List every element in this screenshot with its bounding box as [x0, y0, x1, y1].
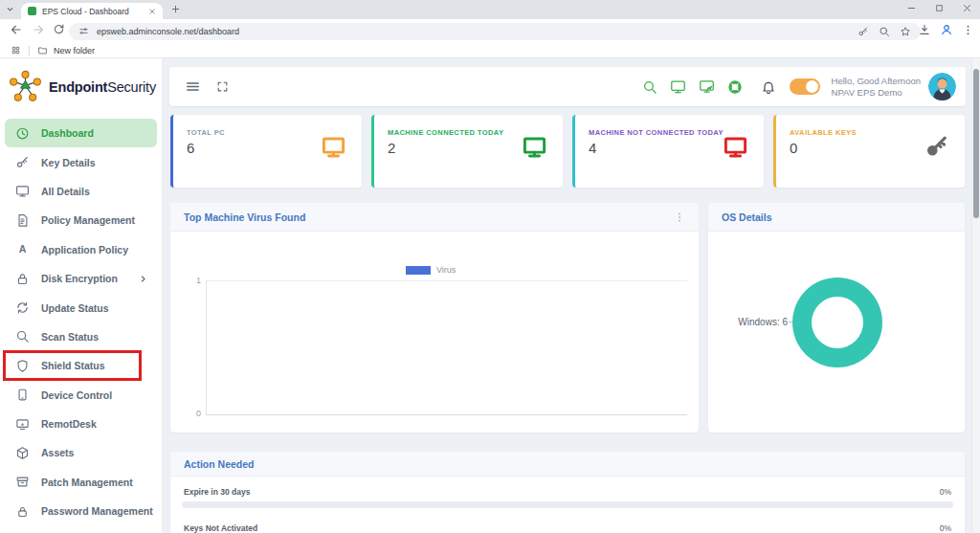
sidebar-item-label: RemotDesk	[41, 418, 97, 430]
hamburger-menu-icon[interactable]	[185, 78, 201, 95]
window-minimize-button[interactable]	[906, 3, 917, 13]
panel-menu-kebab-icon[interactable]	[674, 211, 685, 223]
remote-desktop-icon	[15, 417, 30, 432]
y-axis-tick-max: 1	[188, 276, 201, 285]
sidebar-item-device-control[interactable]: Device Control	[0, 381, 162, 410]
sidebar-item-dashboard[interactable]: Dashboard	[5, 119, 157, 147]
donut-annotation: Windows: 6	[716, 317, 788, 327]
sidebar-item-application-policy[interactable]: Application Policy	[0, 235, 162, 264]
sidebar-item-password-management[interactable]: Password Management	[0, 497, 162, 525]
chart-gridline	[206, 280, 687, 281]
sidebar-item-label: Patch Management	[41, 477, 133, 488]
tab-search-chevron-icon[interactable]	[5, 4, 15, 14]
chart-legend[interactable]: Virus	[406, 265, 456, 275]
patch-icon	[15, 475, 30, 489]
screen-share-icon[interactable]	[699, 78, 715, 95]
scrollbar-track[interactable]	[971, 58, 980, 533]
window-close-button[interactable]	[962, 3, 972, 13]
greeting-line2: NPAV EPS Demo	[832, 87, 902, 98]
new-tab-button[interactable]	[170, 4, 181, 14]
sidebar-item-update-status[interactable]: Update Status	[0, 293, 162, 322]
stat-card-value: 0	[790, 140, 797, 156]
tab-strip: EPS Cloud - Dashboard	[0, 0, 980, 19]
window-maximize-button[interactable]	[934, 3, 945, 13]
monitor-icon	[321, 134, 346, 160]
key-icon	[15, 155, 30, 169]
app-topbar: Hello, Good Afternoon NPAV EPS Demo	[169, 67, 966, 106]
virus-chart-panel: Top Machine Virus Found Virus 1 0	[170, 203, 699, 433]
bookmark-folder-label[interactable]: New folder	[54, 46, 95, 56]
sidebar-item-scan-status[interactable]: Scan Status	[0, 322, 162, 351]
sidebar-item-label: Assets	[41, 447, 74, 458]
tab-title: EPS Cloud - Dashboard	[42, 7, 148, 16]
sidebar-item-label: Scan Status	[41, 331, 99, 343]
sidebar-item-key-details[interactable]: Key Details	[0, 147, 162, 176]
stat-card-available-keys[interactable]: AVAILABLE KEYS 0	[773, 115, 965, 188]
padlock-icon	[15, 504, 30, 519]
bookmark-folder-icon[interactable]	[37, 45, 48, 56]
avatar[interactable]	[928, 73, 956, 100]
lock-icon	[15, 272, 30, 286]
stat-card-label: MACHINE CONNECTED TODAY	[388, 128, 503, 137]
monitor-icon[interactable]	[670, 78, 686, 95]
progress-bar	[182, 501, 953, 508]
sidebar-menu: Dashboard Key Details All Details Policy…	[0, 119, 162, 525]
brand-logo[interactable]: EndpointSecurity	[0, 58, 162, 108]
sidebar-item-label: All Details	[41, 186, 90, 197]
brand-name-regular: Security	[107, 79, 156, 95]
letter-a-icon	[15, 242, 30, 256]
sidebar-item-shield-status[interactable]: Shield Status	[0, 351, 162, 380]
panel-title: OS Details	[722, 211, 772, 223]
bookmark-star-icon[interactable]	[900, 26, 911, 37]
back-icon[interactable]	[10, 23, 23, 36]
site-info-icon[interactable]	[78, 26, 89, 36]
sidebar-item-policy-management[interactable]: Policy Management	[0, 206, 162, 234]
search-icon[interactable]	[642, 79, 657, 95]
apps-grid-icon[interactable]	[11, 45, 21, 56]
reload-icon[interactable]	[53, 23, 65, 35]
panel-header: OS Details	[708, 203, 965, 232]
stat-card-total-pc[interactable]: TOTAL PC 6	[170, 115, 362, 188]
stat-card-machine-connected-today[interactable]: MACHINE CONNECTED TODAY 2	[371, 115, 563, 188]
zoom-icon[interactable]	[879, 26, 890, 37]
sidebar-item-disk-encryption[interactable]: Disk Encryption	[0, 264, 162, 293]
fullscreen-icon[interactable]	[216, 80, 229, 93]
panel-header: Top Machine Virus Found	[170, 203, 699, 232]
password-key-icon[interactable]	[858, 26, 869, 37]
scrollbar-thumb[interactable]	[973, 69, 979, 218]
sidebar-item-assets[interactable]: Assets	[0, 438, 162, 467]
greeting-line1: Hello, Good Afternoon	[832, 76, 921, 86]
forward-icon[interactable]	[32, 23, 45, 36]
browser-tab[interactable]: EPS Cloud - Dashboard	[21, 3, 163, 19]
action-row-percent: 0%	[940, 523, 951, 533]
downloads-icon[interactable]	[918, 23, 931, 36]
sidebar-item-patch-management[interactable]: Patch Management	[0, 468, 162, 497]
sidebar-item-label: Policy Management	[41, 214, 135, 226]
stat-card-label: TOTAL PC	[187, 128, 225, 137]
support-lifebuoy-icon[interactable]	[727, 79, 743, 95]
url-bar[interactable]: epsweb.adminconsole.net/dashboard	[69, 23, 921, 40]
profile-icon[interactable]	[940, 23, 953, 36]
sidebar-item-label: Dashboard	[41, 127, 94, 139]
stat-card-machine-not-connected-today[interactable]: MACHINE NOT CONNECTED TODAY 4	[572, 115, 764, 188]
document-icon	[15, 213, 30, 228]
action-row-percent: 0%	[940, 487, 951, 497]
chart-x-axis	[206, 414, 687, 415]
bookmarks-bar: New folder	[0, 43, 980, 58]
device-icon	[15, 388, 30, 402]
notifications-bell-icon[interactable]	[761, 79, 776, 95]
sidebar-item-label: Password Management	[41, 505, 153, 517]
sidebar-item-remotdesk[interactable]: RemotDesk	[0, 410, 162, 438]
y-axis-tick-min: 0	[188, 409, 201, 418]
stat-card-value: 4	[589, 140, 596, 156]
stat-card-label: MACHINE NOT CONNECTED TODAY	[589, 128, 724, 137]
sidebar-item-label: Application Policy	[41, 244, 128, 255]
os-donut-chart[interactable]	[792, 278, 882, 367]
sidebar-item-all-details[interactable]: All Details	[0, 177, 162, 206]
search-icon	[15, 329, 30, 344]
tab-close-icon[interactable]	[148, 8, 156, 15]
theme-toggle[interactable]	[790, 78, 820, 95]
cube-icon	[15, 446, 30, 460]
legend-label: Virus	[436, 265, 456, 275]
browser-menu-kebab-icon[interactable]	[962, 24, 974, 36]
